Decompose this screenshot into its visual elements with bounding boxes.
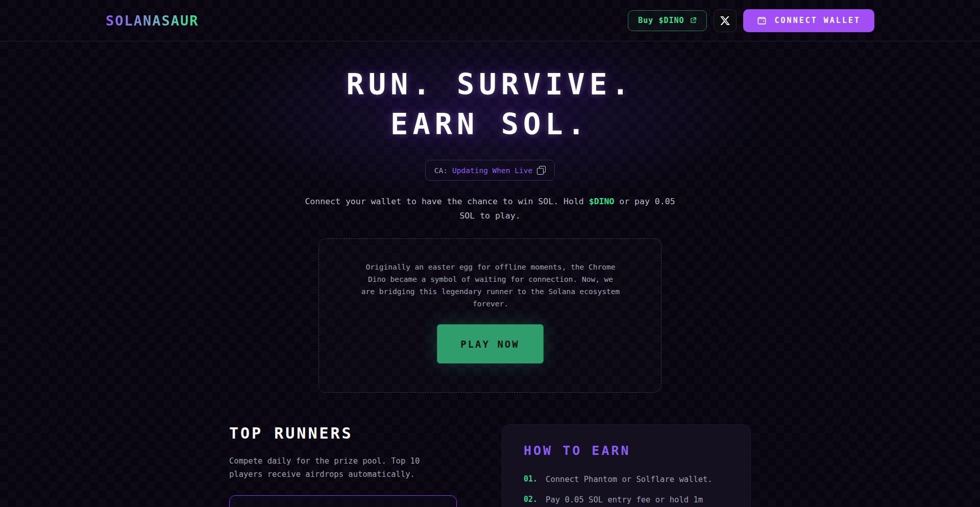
step-text: Pay 0.05 SOL entry fee or hold 1m $DINO. <box>546 494 724 507</box>
play-now-button[interactable]: PLAY NOW <box>437 324 544 364</box>
dino-promo-box: Originally an easter egg for offline mom… <box>318 238 662 393</box>
step-number: 02. <box>524 494 537 507</box>
contract-address-chip[interactable]: CA: Updating When Live <box>425 160 555 181</box>
connect-wallet-label: CONNECT WALLET <box>775 16 861 25</box>
top-runners-subtitle: Compete daily for the prize pool. Top 10… <box>229 455 457 481</box>
bottom-section: TOP RUNNERS Compete daily for the prize … <box>229 424 751 507</box>
logo[interactable]: SOLANASAUR <box>106 13 199 29</box>
nav-actions: Buy $DINO <box>628 9 874 32</box>
nav-container: SOLANASAUR Buy $DINO <box>106 9 874 32</box>
top-runners-title: TOP RUNNERS <box>229 424 457 442</box>
hero-section: RUN. SURVIVE. EARN SOL. CA: Updating Whe… <box>0 41 980 393</box>
hero-subtitle: Connect your wallet to have the chance t… <box>296 195 684 224</box>
leaderboard-panel: LEADERBOARD <box>229 495 457 507</box>
step-number: 01. <box>524 474 537 485</box>
external-link-icon <box>690 17 697 24</box>
earn-step-1: 01. Connect Phantom or Solflare wallet. <box>524 474 729 485</box>
connect-wallet-button[interactable]: CONNECT WALLET <box>743 9 874 32</box>
copy-icon[interactable] <box>537 166 546 175</box>
hero-title: RUN. SURVIVE. EARN SOL. <box>0 65 980 144</box>
ca-value: Updating When Live <box>452 166 532 175</box>
how-to-earn-title: HOW TO EARN <box>524 443 729 458</box>
step-text: Connect Phantom or Solflare wallet. <box>546 474 724 485</box>
ca-label: CA: <box>434 166 448 175</box>
how-to-earn-steps: 01. Connect Phantom or Solflare wallet. … <box>524 474 729 507</box>
earn-step-2: 02. Pay 0.05 SOL entry fee or hold 1m $D… <box>524 494 729 507</box>
hero-subtitle-pre: Connect your wallet to have the chance t… <box>305 197 589 206</box>
wallet-icon <box>757 16 767 26</box>
hero-title-line2: EARN SOL. <box>390 107 590 141</box>
buy-dino-label: Buy $DINO <box>638 16 684 25</box>
dino-token-text: $DINO <box>589 197 615 206</box>
promo-description: Originally an easter egg for offline mom… <box>360 261 621 310</box>
x-logo-icon <box>720 15 730 26</box>
top-nav: SOLANASAUR Buy $DINO <box>0 0 980 41</box>
x-twitter-button[interactable] <box>714 9 737 32</box>
hero-title-line1: RUN. SURVIVE. <box>346 67 633 101</box>
how-to-earn-card: HOW TO EARN 01. Connect Phantom or Solfl… <box>502 424 751 507</box>
top-runners-column: TOP RUNNERS Compete daily for the prize … <box>229 424 457 507</box>
buy-dino-button[interactable]: Buy $DINO <box>628 10 706 31</box>
